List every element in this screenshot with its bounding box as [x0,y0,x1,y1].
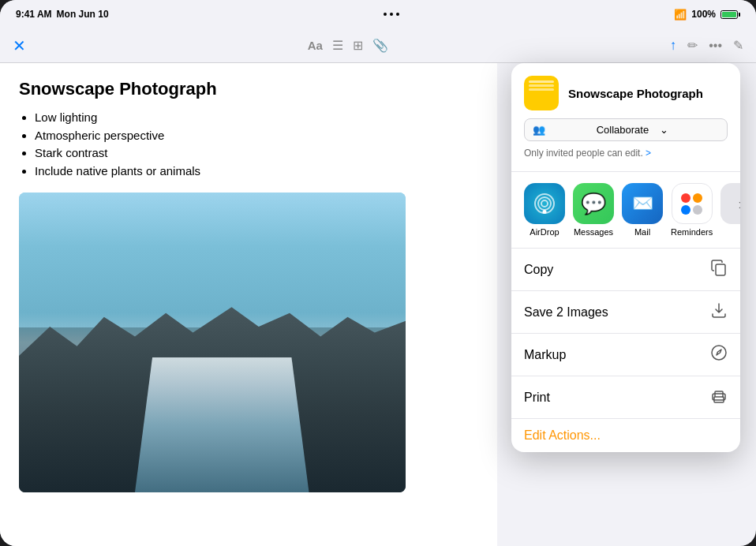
copy-action[interactable]: Copy [511,249,740,291]
toolbar-left: ✕ [13,36,26,55]
battery-label: 100% [691,9,716,20]
ipad-frame: 9:41 AM Mon Jun 10 📶 100% ✕ Aa ☰ ⊞ [0,0,756,546]
dot1 [384,13,387,16]
copy-label: Copy [524,263,553,277]
markup-label: Markup [524,348,566,362]
more-options-icon[interactable]: ••• [709,39,722,53]
save-icon [710,301,728,323]
toolbar-right: ↑ ✏ ••• ✎ [670,38,743,54]
more-apps-icon: › [720,183,740,224]
airdrop-label: AirDrop [530,227,559,237]
share-note-info: Snowscape Photograph [524,76,728,110]
attachment-icon[interactable]: 📎 [372,38,388,53]
bullet-list: Low lighting Atmospheric perspective Sta… [19,109,478,180]
messages-label: Messages [574,227,613,237]
note-icon [524,76,559,110]
status-bar-left: 9:41 AM Mon Jun 10 [16,9,109,20]
more-app-item[interactable]: › [720,183,740,237]
dot3 [396,13,399,16]
status-date: Mon Jun 10 [57,9,109,20]
status-bar: 9:41 AM Mon Jun 10 📶 100% [0,0,756,28]
markup-action[interactable]: Markup [511,334,740,376]
notes-content: Snowscape Photograph Low lighting Atmosp… [0,63,497,546]
dot2 [390,13,393,16]
print-label: Print [524,391,550,405]
people-icon: 👥 [533,124,592,136]
list-item: Include native plants or animals [35,163,478,181]
airdrop-icon [524,183,565,224]
compose-icon[interactable]: ✎ [733,38,743,53]
markup-pen-icon [710,344,728,365]
share-note-title: Snowscape Photograph [568,87,703,100]
edit-actions-row[interactable]: Edit Actions... [511,418,740,452]
list-item: Stark contrast [35,144,478,163]
note-photo [19,193,406,492]
mail-icon: ✉️ [622,183,663,224]
invite-link[interactable]: > [646,148,651,159]
collaborate-dropdown[interactable]: 👥 Collaborate ⌄ [524,118,728,141]
wifi-icon: 📶 [674,9,687,21]
reminders-label: Reminders [671,227,713,237]
markup-icon[interactable]: ✏ [687,38,698,53]
airdrop-app-item[interactable]: AirDrop [524,183,565,237]
edit-actions-link[interactable]: Edit Actions... [524,428,601,442]
toolbar-center: Aa ☰ ⊞ 📎 [308,38,388,53]
list-item: Atmospheric perspective [35,127,478,145]
status-bar-center [384,13,399,16]
reminders-app-item[interactable]: Reminders [671,183,713,237]
collaborate-label: Collaborate [597,124,656,136]
toolbar: ✕ Aa ☰ ⊞ 📎 ↑ ✏ ••• ✎ [0,28,756,63]
note-title: Snowscape Photograph [19,79,478,99]
share-sheet: Snowscape Photograph 👥 Collaborate ⌄ Onl… [511,63,740,452]
messages-app-item[interactable]: 💬 Messages [573,183,614,237]
copy-icon [710,259,728,280]
action-rows: Copy Save 2 Images Mar [511,249,740,418]
save-images-label: Save 2 Images [524,305,608,320]
list-item: Low lighting [35,109,478,127]
reminders-icon [672,183,713,224]
share-header: Snowscape Photograph 👥 Collaborate ⌄ Onl… [511,63,740,172]
app-icons-row: AirDrop 💬 Messages ✉️ Mail [511,172,740,249]
invite-text: Only invited people can edit. > [524,148,728,159]
back-icon[interactable]: ✕ [13,36,26,55]
status-time: 9:41 AM [16,9,52,20]
checklist-icon[interactable]: ☰ [332,38,343,53]
format-text-icon[interactable]: Aa [308,39,323,52]
mail-app-item[interactable]: ✉️ Mail [622,183,663,237]
status-bar-right: 📶 100% [674,9,740,21]
svg-point-1 [712,346,726,360]
table-icon[interactable]: ⊞ [353,38,363,53]
save-images-action[interactable]: Save 2 Images [511,291,740,334]
print-action[interactable]: Print [511,376,740,418]
print-icon [710,387,728,408]
svg-rect-0 [716,264,725,275]
svg-point-4 [722,396,724,398]
battery-icon [720,10,740,19]
share-icon[interactable]: ↑ [670,38,677,54]
mail-label: Mail [634,227,650,237]
messages-icon: 💬 [573,183,614,224]
chevron-down-icon: ⌄ [660,124,719,136]
